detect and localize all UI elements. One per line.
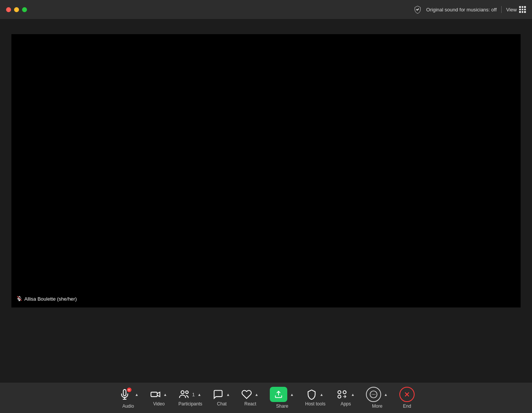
end-icon [399, 387, 415, 402]
toolbar: ✕ ▲ Audio ▲ Video 1 ▲ Particip [0, 383, 532, 413]
view-button[interactable]: View [506, 6, 526, 13]
participants-icon-group: 1 ▲ [179, 389, 202, 400]
apps-chevron[interactable]: ▲ [350, 392, 355, 397]
chat-chevron[interactable]: ▲ [225, 392, 231, 397]
svg-point-6 [181, 391, 184, 394]
participant-name: Allisa Boulette (she/her) [24, 296, 77, 302]
svg-point-14 [373, 394, 374, 395]
svg-point-9 [338, 391, 341, 394]
more-icon [366, 387, 381, 402]
audio-chevron[interactable]: ▲ [134, 392, 139, 397]
more-label: More [372, 404, 382, 409]
maximize-button[interactable] [22, 7, 27, 12]
host-tools-icon-group: ▲ [306, 389, 324, 400]
participant-count: 1 [192, 392, 195, 397]
sound-status-label: Original sound for musicians: off [426, 7, 497, 13]
chat-button[interactable]: ▲ Chat [207, 387, 236, 409]
participant-label: Allisa Boulette (she/her) [17, 296, 77, 302]
view-label: View [506, 7, 517, 13]
audio-button[interactable]: ✕ ▲ Audio [112, 385, 145, 411]
titlebar-right: Original sound for musicians: off View [413, 5, 526, 14]
more-chevron[interactable]: ▲ [383, 392, 388, 397]
svg-rect-5 [151, 392, 157, 397]
svg-point-15 [375, 394, 375, 395]
participants-button[interactable]: 1 ▲ Participants [173, 387, 208, 409]
svg-point-10 [343, 391, 346, 394]
video-area: Allisa Boulette (she/her) [11, 34, 521, 307]
muted-badge: ✕ [126, 387, 132, 393]
grid-icon [519, 6, 526, 13]
share-icon-group: ▲ [270, 387, 294, 402]
chat-label: Chat [217, 401, 226, 407]
close-button[interactable] [6, 7, 11, 12]
share-icon [270, 387, 287, 402]
divider [501, 6, 502, 13]
chat-icon-group: ▲ [213, 389, 231, 400]
shield-icon [413, 5, 422, 14]
react-label: React [244, 401, 256, 407]
end-label: End [403, 404, 411, 409]
share-label: Share [276, 404, 288, 409]
more-button[interactable]: ▲ More [361, 385, 394, 411]
end-button[interactable]: End [394, 385, 420, 411]
react-button[interactable]: ▲ React [236, 387, 264, 409]
spacer [0, 307, 532, 326]
video-label: Video [153, 401, 165, 407]
apps-button[interactable]: ▲ Apps [331, 387, 361, 409]
audio-label: Audio [122, 404, 134, 409]
host-tools-label: Host tools [305, 401, 325, 407]
svg-point-11 [338, 395, 341, 398]
participants-label: Participants [179, 401, 203, 407]
video-button[interactable]: ▲ Video [145, 387, 173, 409]
participants-chevron[interactable]: ▲ [197, 392, 202, 397]
svg-point-13 [372, 394, 373, 395]
traffic-lights [6, 7, 27, 12]
more-icon-group: ▲ [366, 387, 388, 402]
apps-label: Apps [340, 401, 351, 407]
share-button[interactable]: ▲ Share [264, 385, 300, 411]
secondary-bar [0, 19, 532, 34]
titlebar: Original sound for musicians: off View [0, 0, 532, 19]
minimize-button[interactable] [14, 7, 19, 12]
react-icon-group: ▲ [241, 389, 259, 400]
host-tools-button[interactable]: ▲ Host tools [300, 387, 331, 409]
video-chevron[interactable]: ▲ [163, 392, 168, 397]
svg-point-7 [186, 391, 188, 394]
react-chevron[interactable]: ▲ [254, 392, 259, 397]
audio-icon-wrap: ✕ [117, 387, 132, 402]
end-icon-group [399, 387, 415, 402]
host-tools-chevron[interactable]: ▲ [319, 392, 324, 397]
video-icon-group: ▲ [150, 389, 168, 400]
apps-icon-group: ▲ [336, 389, 355, 400]
share-chevron[interactable]: ▲ [289, 392, 294, 397]
muted-icon [17, 296, 22, 302]
audio-icon-group: ✕ ▲ [117, 387, 139, 402]
